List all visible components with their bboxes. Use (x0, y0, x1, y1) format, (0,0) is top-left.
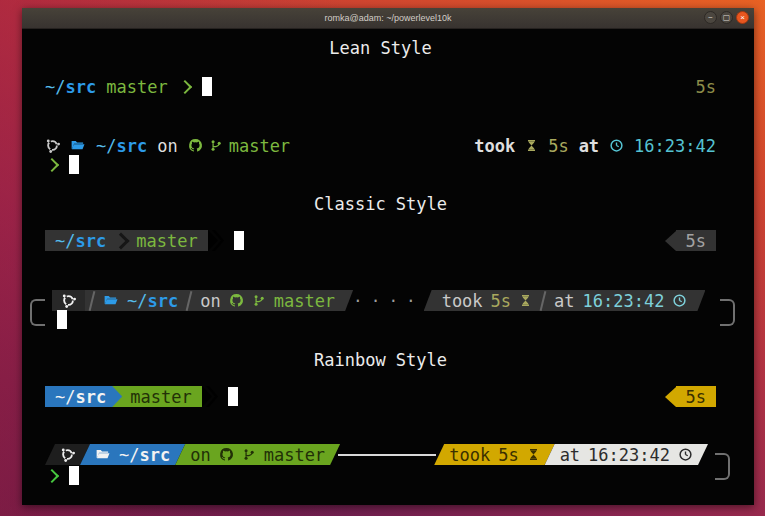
dir-name: src (147, 291, 178, 311)
thin-separator-icon (186, 291, 193, 311)
window-title: romka@adam: ~/powerlevel10k (325, 13, 452, 23)
dir-prefix: ~/ (127, 291, 147, 311)
segment-separator-icon (113, 232, 130, 249)
os-ubuntu-icon (45, 138, 60, 153)
dir-name: src (75, 231, 106, 251)
lean-prompt-icons: ~/src on master took 5s at 16:23:42 (45, 135, 716, 156)
prompt-frame-right (715, 453, 730, 480)
git-branch-icon (252, 293, 266, 308)
dir-name: src (139, 445, 170, 465)
terminal-content[interactable]: Lean Style ~/src master 5s ~/src on mas (22, 29, 754, 505)
prompt-frame-left (30, 299, 45, 326)
section-title-lean: Lean Style (45, 37, 716, 58)
gap-dots: ···· (353, 291, 424, 310)
vcs-segment: master (188, 136, 290, 156)
duration-text: 5s (696, 77, 716, 97)
powerline-bar: ~/src master (45, 230, 208, 251)
github-icon (219, 447, 234, 462)
git-branch-icon (209, 138, 223, 153)
framed-prompt-line: ~/src on master ···· took 5s at (45, 290, 721, 311)
rainbow-prompt-icons: ~/src on master took 5s at 16:23: (45, 444, 716, 465)
block-cursor (69, 466, 79, 485)
branch-name: master (264, 445, 325, 465)
prompt-gap-line (338, 454, 436, 456)
block-cursor (234, 231, 244, 250)
dir-prefix: ~/ (119, 445, 139, 465)
duration-segment: took 5s (434, 444, 554, 465)
branch-name: master (229, 136, 290, 156)
thin-separator-icon (89, 291, 96, 311)
hourglass-icon (525, 138, 538, 153)
duration-segment: 5s (676, 386, 716, 407)
prompt-chevron-icon (45, 468, 59, 482)
block-cursor (57, 310, 67, 329)
duration-segment: 5s (676, 230, 716, 251)
branch-name: master (130, 387, 191, 407)
prompt-frame-right (720, 299, 735, 326)
dir-name: src (116, 136, 147, 156)
duration-text: 5s (548, 136, 568, 156)
on-label: on (157, 136, 177, 156)
branch-name: master (136, 231, 197, 251)
folder-icon (103, 293, 119, 308)
took-label: took (442, 291, 483, 311)
os-segment (52, 290, 85, 311)
clock-icon (678, 447, 693, 462)
dir-name: src (65, 77, 96, 97)
clock-icon (672, 293, 687, 308)
folder-icon (70, 138, 86, 153)
segment-start-arrow-icon (665, 231, 676, 251)
classic-prompt-input-line (45, 309, 716, 330)
prompt-chevron-icon (45, 157, 59, 171)
dir-segment: ~/src (96, 136, 147, 156)
section-title-classic: Classic Style (45, 193, 716, 214)
os-ubuntu-icon (61, 293, 76, 308)
dir-segment: ~/src (55, 231, 106, 251)
dir-segment: ~/src (127, 291, 178, 311)
vcs-segment: master (112, 386, 201, 407)
desktop: { "window": { "title": "romka@adam: ~/po… (0, 0, 765, 516)
git-branch-icon (242, 447, 256, 462)
classic-prompt-icons: ~/src on master ···· took 5s at (45, 290, 716, 311)
dir-prefix: ~/ (55, 231, 75, 251)
took-label: took (449, 445, 490, 465)
duration-text: 5s (686, 387, 706, 407)
time-text: 16:23:42 (634, 136, 716, 156)
close-button[interactable]: × (736, 11, 749, 24)
at-label: at (560, 445, 580, 465)
github-icon (188, 138, 203, 153)
lean-prompt-basic: ~/src master 5s (45, 76, 716, 97)
took-label: took (474, 136, 515, 156)
on-label: on (200, 291, 220, 311)
block-cursor (202, 77, 212, 96)
rainbow-prompt-input-line (45, 465, 716, 486)
rainbow-prompt-basic: ~/src master 5s (45, 386, 716, 407)
dir-prefix: ~/ (96, 136, 116, 156)
vcs-segment: on master (175, 444, 340, 465)
powerline-bar-right: took 5s at 16:23:42 (424, 290, 706, 311)
window-controls: − ▢ × (704, 11, 749, 24)
branch-name: master (106, 77, 167, 97)
duration-text: 5s (491, 291, 511, 311)
time-text: 16:23:42 (588, 445, 670, 465)
terminal-window: romka@adam: ~/powerlevel10k − ▢ × Lean S… (22, 8, 754, 505)
segment-end-arrow-icon (208, 230, 224, 251)
dir-name: src (75, 387, 106, 407)
thin-separator-icon (540, 291, 547, 311)
minimize-button[interactable]: − (704, 11, 717, 24)
titlebar[interactable]: romka@adam: ~/powerlevel10k − ▢ × (22, 8, 754, 29)
time-segment: at 16:23:42 (545, 444, 708, 465)
duration-text: 5s (686, 231, 706, 251)
maximize-button[interactable]: ▢ (720, 11, 733, 24)
block-cursor (228, 387, 238, 406)
os-ubuntu-icon (60, 447, 75, 462)
dir-segment: ~/src (45, 77, 96, 97)
at-label: at (554, 291, 574, 311)
folder-icon (95, 447, 111, 462)
dir-segment: ~/src (45, 386, 122, 407)
prompt-gap: ···· (353, 291, 424, 310)
dir-segment: ~/src (80, 444, 185, 465)
at-label: at (579, 136, 599, 156)
branch-name: master (274, 291, 335, 311)
powerline-bar-left: ~/src on master (52, 290, 353, 311)
